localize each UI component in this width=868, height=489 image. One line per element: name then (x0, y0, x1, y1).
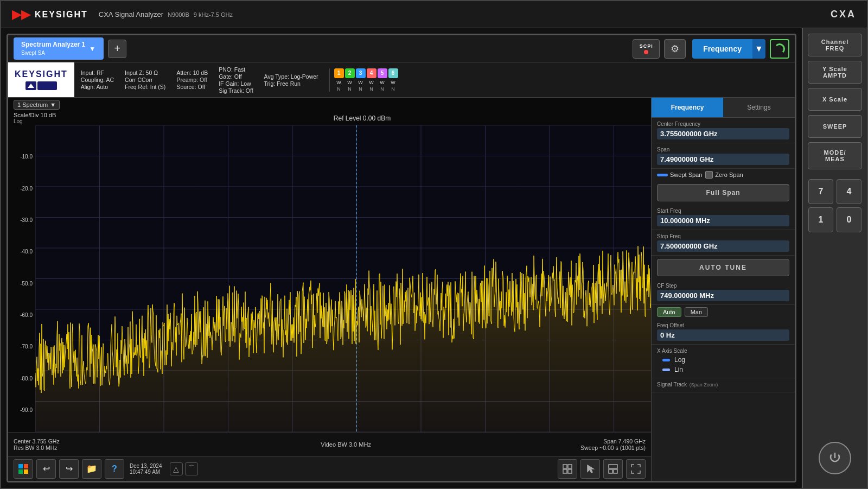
video-bw: Video BW 3.0 MHz (321, 441, 371, 448)
y-label-1: -10.0 (9, 154, 33, 160)
span-options: Swept Span Zero Span (652, 169, 795, 181)
full-span-button[interactable]: Full Span (657, 184, 789, 201)
lin-color (662, 369, 670, 371)
y-label-5: -50.0 (9, 281, 33, 287)
frequency-menu-button[interactable]: Frequency (692, 39, 752, 59)
scpi-indicator (644, 50, 648, 54)
main-content: 1 Spectrum ▼ Scale/Div 10 dB Log Ref Lev… (8, 98, 795, 481)
cursor-button[interactable] (580, 459, 600, 479)
info-params: Input: RF Coupling: AC Align: Auto Input… (74, 62, 795, 97)
y-label-6: -60.0 (9, 312, 33, 318)
frequency-dropdown-button[interactable]: ▼ (752, 39, 765, 59)
cf-step-label: CF Step (657, 283, 789, 289)
layout-button[interactable] (603, 459, 623, 479)
scpi-button[interactable]: SCPI (633, 39, 660, 59)
svg-rect-10 (614, 469, 617, 473)
grid-expand-button[interactable] (558, 459, 577, 479)
center-freq-item: Center Frequency 3.755000000 GHz (652, 118, 795, 143)
screen-area: Spectrum Analyzer 1 Swept SA ▼ + SCPI ⚙ … (1, 28, 802, 488)
atten: Atten: 10 dB (176, 69, 208, 76)
channel-indicators: 1 2 3 4 5 6 W W W W W (329, 68, 398, 92)
auto-man-row: Auto Man (652, 305, 795, 319)
swept-span-color (657, 174, 668, 176)
keysight-logo: ▶▶ KEYSIGHT (12, 8, 88, 22)
align: Align: Auto (81, 84, 114, 90)
spectrum-scale-row: Scale/Div 10 dB Log Ref Level 0.00 dBm (8, 112, 651, 125)
center-freq-value[interactable]: 3.755000000 GHz (657, 128, 789, 139)
start-freq-value[interactable]: 10.000000 MHz (657, 215, 789, 226)
param-col-1: Input: RF Coupling: AC Align: Auto (81, 69, 114, 90)
settings-gear-button[interactable]: ⚙ (664, 39, 686, 59)
numpad: 7 4 1 0 (808, 179, 861, 232)
redo-button[interactable]: ↪ (59, 459, 79, 479)
swept-span-option[interactable]: Swept Span (657, 171, 702, 179)
add-tab-button[interactable]: + (108, 40, 126, 58)
right-hardware-panel: ChannelFREQ Y ScaleAMPTD X Scale SWEEP M… (802, 28, 867, 488)
man-button[interactable]: Man (685, 307, 708, 317)
center-freq-label: Center Frequency (657, 121, 789, 127)
zero-span-option[interactable]: Zero Span (705, 171, 743, 179)
windows-button[interactable] (14, 459, 33, 479)
taskbar: ↩ ↪ 📁 ? Dec 13, 2024 10:47:49 AM △ ⌒ (8, 456, 651, 481)
folder-button[interactable]: 📁 (82, 459, 101, 479)
spectrum-analyzer-tab[interactable]: Spectrum Analyzer 1 Swept SA ▼ (14, 37, 104, 60)
sweep-button[interactable]: SWEEP (808, 115, 862, 138)
auto-button[interactable]: Auto (657, 307, 681, 317)
num-7-button[interactable]: 7 (808, 179, 833, 204)
ch-1: 1 (334, 68, 344, 78)
tab-line2: Swept SA (21, 49, 85, 56)
tab-dropdown-icon[interactable]: ▼ (88, 45, 96, 53)
ch-2: 2 (345, 68, 355, 78)
keysight-logo-box: KEYSIGHT (8, 62, 74, 97)
channel-freq-button[interactable]: ChannelFREQ (808, 34, 862, 56)
cf-step-value[interactable]: 749.000000 MHz (657, 290, 789, 301)
param-col-3: Atten: 10 dB Preamp: Off Source: Off (176, 69, 208, 90)
wave-shape-2[interactable]: ⌒ (185, 462, 198, 475)
y-axis: -10.0 -20.0 -30.0 -40.0 -50.0 -60.0 -70.… (8, 125, 35, 416)
num-1-button[interactable]: 1 (808, 207, 833, 232)
freq-offset-value[interactable]: 0 Hz (657, 329, 789, 341)
signal-track-label: Signal Track (Span Zoom) (657, 382, 789, 388)
ch-6: 6 (388, 68, 398, 78)
res-bw: Res BW 3.0 MHz (14, 444, 111, 451)
svg-rect-5 (568, 465, 572, 468)
y-label-7: -70.0 (9, 344, 33, 350)
param-col-5: Avg Type: Log-Power Trig: Free Run (264, 73, 318, 87)
x-axis-label: X Axis Scale (657, 348, 789, 354)
x-scale-button[interactable]: X Scale (808, 88, 862, 111)
svg-rect-2 (18, 469, 23, 474)
brand-name: KEYSIGHT (35, 10, 88, 20)
scale-div-label: Scale/Div 10 dB (14, 112, 79, 118)
span-value: Span 7.490 GHz (580, 438, 646, 444)
preamp: Preamp: Off (176, 77, 208, 83)
power-button[interactable] (819, 442, 851, 474)
y-scale-amptd-button[interactable]: Y ScaleAMPTD (808, 61, 862, 84)
num-4-button[interactable]: 4 (837, 179, 861, 204)
undo-button[interactable]: ↩ (36, 459, 56, 479)
zero-span-label: Zero Span (715, 172, 743, 178)
swept-span-label: Swept Span (670, 172, 702, 178)
frequency-tab[interactable]: Frequency (652, 98, 723, 117)
help-button[interactable]: ? (105, 459, 124, 479)
num-0-button[interactable]: 0 (837, 207, 861, 232)
keysight-logo-text: KEYSIGHT (15, 69, 68, 79)
span-value[interactable]: 7.49000000 GHz (657, 154, 789, 165)
signal-track-item: Signal Track (Span Zoom) (652, 378, 795, 392)
trace-select[interactable]: 1 Spectrum ▼ (14, 100, 60, 110)
info-bar: KEYSIGHT Input: RF Coupling: AC Align: A… (8, 62, 795, 98)
stop-freq-value[interactable]: 7.500000000 GHz (657, 240, 789, 252)
y-label-2: -20.0 (9, 186, 33, 192)
ch-4: 4 (367, 68, 376, 78)
zero-span-box (705, 171, 713, 179)
auto-tune-button[interactable]: AUTO TUNE (657, 259, 789, 276)
scale-type: Log (14, 118, 79, 124)
fullscreen-button[interactable] (626, 459, 646, 479)
param-col-4: PNO: Fast Gate: Off IF Gain: Low Sig Tra… (219, 66, 253, 94)
wave-shape-1[interactable]: △ (170, 462, 183, 475)
input-type: Input: RF (81, 69, 114, 76)
chart-wrapper: -10.0 -20.0 -30.0 -40.0 -50.0 -60.0 -70.… (8, 125, 651, 432)
spectrum-footer: Center 3.755 GHz Res BW 3.0 MHz Video BW… (8, 432, 651, 456)
tab-bar: Spectrum Analyzer 1 Swept SA ▼ + SCPI ⚙ … (8, 35, 795, 62)
mode-meas-button[interactable]: MODE/MEAS (808, 142, 862, 169)
settings-tab[interactable]: Settings (723, 98, 795, 117)
